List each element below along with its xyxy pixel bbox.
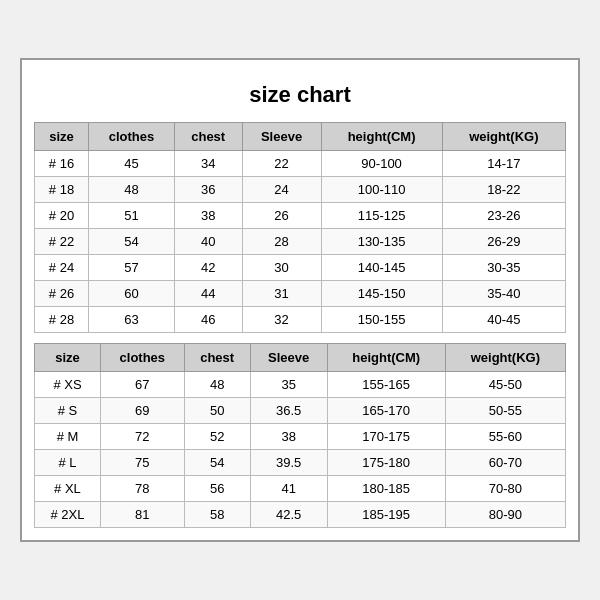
table-cell: 56 <box>184 476 250 502</box>
header-cell: height(CM) <box>327 344 445 372</box>
table-cell: 75 <box>100 450 184 476</box>
table-row: # 24574230140-14530-35 <box>35 255 566 281</box>
table-cell: 18-22 <box>442 177 565 203</box>
table-row: # 20513826115-12523-26 <box>35 203 566 229</box>
table-cell: 32 <box>242 307 321 333</box>
table-cell: 36 <box>174 177 242 203</box>
table-cell: 67 <box>100 372 184 398</box>
table-cell: 90-100 <box>321 151 442 177</box>
table-cell: 70-80 <box>445 476 565 502</box>
header-cell: clothes <box>100 344 184 372</box>
table-row: # L755439.5175-18060-70 <box>35 450 566 476</box>
table-cell: 44 <box>174 281 242 307</box>
size-chart-container: size chart sizeclotheschestSleeveheight(… <box>20 58 580 542</box>
table-cell: 34 <box>174 151 242 177</box>
chart-title: size chart <box>34 72 566 122</box>
table-cell: 35-40 <box>442 281 565 307</box>
table-cell: 50-55 <box>445 398 565 424</box>
table-cell: 41 <box>250 476 327 502</box>
table-row: # S695036.5165-17050-55 <box>35 398 566 424</box>
table-cell: # XS <box>35 372 101 398</box>
table-cell: # 28 <box>35 307 89 333</box>
table-cell: 130-135 <box>321 229 442 255</box>
table-cell: 40-45 <box>442 307 565 333</box>
table-cell: 36.5 <box>250 398 327 424</box>
table-cell: 39.5 <box>250 450 327 476</box>
table-cell: # 16 <box>35 151 89 177</box>
table-cell: 150-155 <box>321 307 442 333</box>
header-cell: Sleeve <box>242 123 321 151</box>
table-row: # 1645342290-10014-17 <box>35 151 566 177</box>
table-cell: 40 <box>174 229 242 255</box>
table-cell: 31 <box>242 281 321 307</box>
table-cell: # S <box>35 398 101 424</box>
table-row: # XL785641180-18570-80 <box>35 476 566 502</box>
table-cell: 145-150 <box>321 281 442 307</box>
size-table-1: sizeclotheschestSleeveheight(CM)weight(K… <box>34 122 566 333</box>
table-cell: 185-195 <box>327 502 445 528</box>
table-cell: # 20 <box>35 203 89 229</box>
table-row: # 22544028130-13526-29 <box>35 229 566 255</box>
table-cell: 63 <box>89 307 175 333</box>
table1-header-row: sizeclotheschestSleeveheight(CM)weight(K… <box>35 123 566 151</box>
table-cell: # 2XL <box>35 502 101 528</box>
header-cell: size <box>35 123 89 151</box>
table-cell: 30 <box>242 255 321 281</box>
header-cell: Sleeve <box>250 344 327 372</box>
table-cell: 60 <box>89 281 175 307</box>
table-cell: 26 <box>242 203 321 229</box>
table-cell: # M <box>35 424 101 450</box>
table-row: # M725238170-17555-60 <box>35 424 566 450</box>
table-row: # 26604431145-15035-40 <box>35 281 566 307</box>
table-cell: 38 <box>250 424 327 450</box>
table-row: # XS674835155-16545-50 <box>35 372 566 398</box>
table-cell: 115-125 <box>321 203 442 229</box>
table-cell: 46 <box>174 307 242 333</box>
table-cell: 81 <box>100 502 184 528</box>
table-cell: 14-17 <box>442 151 565 177</box>
table-cell: 72 <box>100 424 184 450</box>
table-cell: 180-185 <box>327 476 445 502</box>
table-cell: 50 <box>184 398 250 424</box>
table-cell: 23-26 <box>442 203 565 229</box>
table-cell: 57 <box>89 255 175 281</box>
table-cell: # 22 <box>35 229 89 255</box>
table-cell: 22 <box>242 151 321 177</box>
table-cell: 140-145 <box>321 255 442 281</box>
header-cell: chest <box>184 344 250 372</box>
size-table-2: sizeclotheschestSleeveheight(CM)weight(K… <box>34 343 566 528</box>
table-cell: 24 <box>242 177 321 203</box>
header-cell: chest <box>174 123 242 151</box>
header-cell: weight(KG) <box>445 344 565 372</box>
table-cell: 26-29 <box>442 229 565 255</box>
table-cell: 42 <box>174 255 242 281</box>
table-cell: 48 <box>184 372 250 398</box>
table-cell: 45 <box>89 151 175 177</box>
table-cell: 51 <box>89 203 175 229</box>
table-cell: 38 <box>174 203 242 229</box>
header-cell: clothes <box>89 123 175 151</box>
table-cell: 80-90 <box>445 502 565 528</box>
table-cell: 45-50 <box>445 372 565 398</box>
table2-header-row: sizeclotheschestSleeveheight(CM)weight(K… <box>35 344 566 372</box>
table-cell: 48 <box>89 177 175 203</box>
table-cell: 175-180 <box>327 450 445 476</box>
table-cell: 165-170 <box>327 398 445 424</box>
table-cell: # XL <box>35 476 101 502</box>
table-cell: # 26 <box>35 281 89 307</box>
table-cell: 42.5 <box>250 502 327 528</box>
header-cell: weight(KG) <box>442 123 565 151</box>
table-cell: 52 <box>184 424 250 450</box>
table-cell: # 24 <box>35 255 89 281</box>
table-cell: 55-60 <box>445 424 565 450</box>
table-cell: 35 <box>250 372 327 398</box>
table-cell: 60-70 <box>445 450 565 476</box>
table-cell: 28 <box>242 229 321 255</box>
table-cell: 54 <box>89 229 175 255</box>
table-cell: 170-175 <box>327 424 445 450</box>
table-cell: 155-165 <box>327 372 445 398</box>
table-row: # 28634632150-15540-45 <box>35 307 566 333</box>
header-cell: height(CM) <box>321 123 442 151</box>
table-cell: 54 <box>184 450 250 476</box>
table-cell: # 18 <box>35 177 89 203</box>
